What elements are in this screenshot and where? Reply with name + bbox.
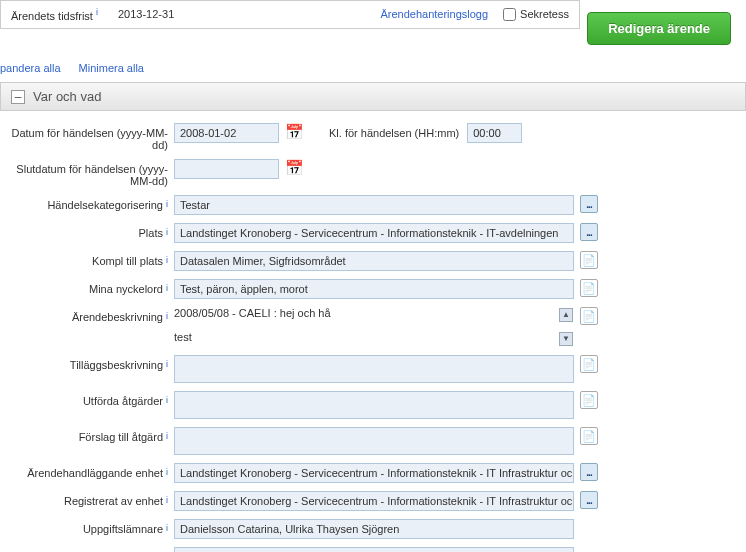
additional-label: Tilläggsbeskrivning xyxy=(70,359,163,371)
deadline-label: Ärendets tidsfrist i xyxy=(11,7,98,22)
plats-field[interactable]: Landstinget Kronoberg - Servicecentrum -… xyxy=(174,223,574,243)
event-date-label: Datum för händelsen (yyyy-MM-dd) xyxy=(2,127,168,151)
registered-by-label: Registrerat av enhet xyxy=(64,495,163,507)
actions-label: Utförda åtgärder xyxy=(83,395,163,407)
deadline-value: 2013-12-31 xyxy=(118,8,174,20)
category-field[interactable]: Testar xyxy=(174,195,574,215)
section-title: Var och vad xyxy=(33,89,101,104)
description-text: 2008/05/08 - CAELI : hej och hå test xyxy=(174,307,331,343)
browse-button[interactable]: ... xyxy=(580,463,598,481)
scroll-down-icon[interactable]: ▼ xyxy=(559,332,573,346)
description-field[interactable]: 2008/05/08 - CAELI : hej och hå test ▲ ▼ xyxy=(174,307,574,347)
reporter-label: Uppgiftslämnare xyxy=(83,523,163,535)
document-icon[interactable]: 📄 xyxy=(580,355,598,373)
section-header: – Var och vad xyxy=(0,82,746,111)
event-time-input[interactable] xyxy=(467,123,522,143)
document-icon[interactable]: 📄 xyxy=(580,279,598,297)
minimize-all-link[interactable]: Minimera alla xyxy=(79,62,144,74)
info-icon[interactable]: i xyxy=(166,495,168,505)
handling-unit-label: Ärendehandläggande enhet xyxy=(27,467,163,479)
suggestion-field[interactable] xyxy=(174,427,574,455)
document-icon[interactable]: 📄 xyxy=(580,307,598,325)
document-icon[interactable]: 📄 xyxy=(580,251,598,269)
event-date-input[interactable] xyxy=(174,123,279,143)
log-link[interactable]: Ärendehanteringslogg xyxy=(380,8,488,20)
plats-label: Plats xyxy=(139,227,163,239)
info-icon[interactable]: i xyxy=(166,395,168,405)
document-icon[interactable]: 📄 xyxy=(580,391,598,409)
sekretess-checkbox-wrap[interactable]: Sekretess xyxy=(503,8,569,21)
info-icon[interactable]: i xyxy=(166,199,168,209)
actions-field[interactable] xyxy=(174,391,574,419)
suggestion-label: Förslag till åtgärd xyxy=(79,431,163,443)
info-icon[interactable]: i xyxy=(166,431,168,441)
info-icon[interactable]: i xyxy=(166,311,168,321)
browse-button[interactable]: ... xyxy=(580,195,598,213)
calendar-icon[interactable]: 📅 xyxy=(285,123,303,141)
info-icon[interactable]: i xyxy=(166,467,168,477)
handling-unit-field[interactable]: Landstinget Kronoberg - Servicecentrum -… xyxy=(174,463,574,483)
registered-by-field[interactable]: Landstinget Kronoberg - Servicecentrum -… xyxy=(174,491,574,511)
scroll-up-icon[interactable]: ▲ xyxy=(559,308,573,322)
info-icon[interactable]: i xyxy=(166,359,168,369)
keywords-label: Mina nyckelord xyxy=(89,283,163,295)
edit-case-button[interactable]: Redigera ärende xyxy=(587,12,731,45)
category-label: Händelsekategorisering xyxy=(47,199,163,211)
info-icon[interactable]: i xyxy=(96,7,98,17)
calendar-icon[interactable]: 📅 xyxy=(285,159,303,177)
end-date-input[interactable] xyxy=(174,159,279,179)
browse-button[interactable]: ... xyxy=(580,223,598,241)
kompl-plats-field[interactable]: Datasalen Mimer, Sigfridsområdet xyxy=(174,251,574,271)
sekretess-label: Sekretess xyxy=(520,8,569,20)
position-field[interactable]: Administrativ personal xyxy=(174,547,574,552)
info-icon[interactable]: i xyxy=(166,283,168,293)
description-label: Ärendebeskrivning xyxy=(72,311,163,323)
event-time-label: Kl. för händelsen (HH:mm) xyxy=(329,127,459,139)
info-icon[interactable]: i xyxy=(166,227,168,237)
sekretess-checkbox[interactable] xyxy=(503,8,516,21)
document-icon[interactable]: 📄 xyxy=(580,427,598,445)
keywords-field[interactable]: Test, päron, äpplen, morot xyxy=(174,279,574,299)
info-icon[interactable]: i xyxy=(166,523,168,533)
kompl-plats-label: Kompl till plats xyxy=(92,255,163,267)
browse-button[interactable]: ... xyxy=(580,491,598,509)
expand-all-link[interactable]: pandera alla xyxy=(0,62,61,74)
end-date-label: Slutdatum för händelsen (yyyy-MM-dd) xyxy=(2,163,168,187)
top-bar: Ärendets tidsfrist i 2013-12-31 Ärendeha… xyxy=(0,0,580,29)
info-icon[interactable]: i xyxy=(166,255,168,265)
toolbar-links: pandera alla Minimera alla xyxy=(0,50,746,82)
reporter-field[interactable]: Danielsson Catarina, Ulrika Thaysen Sjög… xyxy=(174,519,574,539)
additional-field[interactable] xyxy=(174,355,574,383)
collapse-icon[interactable]: – xyxy=(11,90,25,104)
